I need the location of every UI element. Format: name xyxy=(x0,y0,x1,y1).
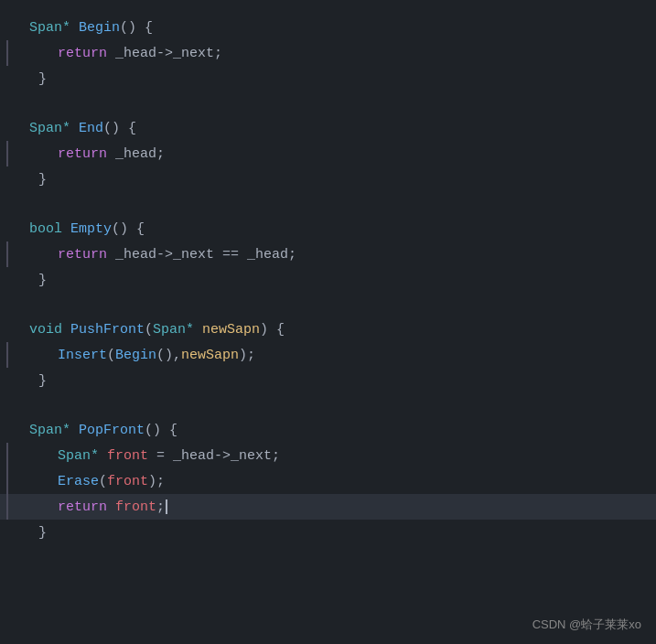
begin-body-line: return _head->_next; xyxy=(0,40,656,66)
return-keyword: return xyxy=(58,46,107,61)
return-keyword: return xyxy=(58,146,107,162)
code-editor: Span* Begin () { return _head->_next; } … xyxy=(0,0,656,644)
bool-keyword: bool xyxy=(29,221,62,237)
end-body-line: return _head; xyxy=(0,141,656,166)
begin-call: Begin xyxy=(115,348,156,363)
var-front-return: front xyxy=(115,499,156,515)
var-front-ref: front xyxy=(107,474,148,489)
function-name-popfront: PopFront xyxy=(79,423,145,438)
function-name-empty: Empty xyxy=(70,221,112,237)
type-keyword: Span* xyxy=(29,121,70,136)
empty-signature-line: bool Empty () { xyxy=(0,216,656,242)
empty-close-line: } xyxy=(0,267,656,293)
param-newsapn-ref: newSapn xyxy=(181,348,239,363)
function-name-begin: Begin xyxy=(79,20,120,36)
pushfront-function-block: void PushFront ( Span* newSapn ) { Inser… xyxy=(0,311,656,399)
popfront-body2-line: Erase ( front ); xyxy=(0,468,656,494)
popfront-body3-line: return front ; xyxy=(0,494,656,520)
popfront-function-block: Span* PopFront () { Span* front = _head-… xyxy=(0,412,656,551)
erase-call: Erase xyxy=(58,474,99,489)
begin-signature-line: Span* Begin () { xyxy=(0,15,656,40)
type-keyword: Span* xyxy=(29,423,70,438)
param-newsapn: newSapn xyxy=(202,322,260,338)
end-signature-line: Span* End () { xyxy=(0,115,656,141)
pushfront-body-line: Insert ( Begin (), newSapn ); xyxy=(0,342,656,368)
type-keyword: Span* xyxy=(29,20,70,36)
pushfront-close-line: } xyxy=(0,368,656,393)
text-cursor xyxy=(166,499,167,514)
var-front: front xyxy=(107,448,148,464)
end-function-block: Span* End () { return _head; } xyxy=(0,110,656,198)
popfront-signature-line: Span* PopFront () { xyxy=(0,417,656,443)
empty-body-line: return _head->_next == _head; xyxy=(0,242,656,267)
begin-close-line: } xyxy=(0,66,656,91)
insert-call: Insert xyxy=(58,348,107,363)
popfront-close-line: } xyxy=(0,520,656,545)
return-keyword: return xyxy=(58,247,107,263)
return-keyword: return xyxy=(58,499,107,515)
function-name-end: End xyxy=(79,121,103,136)
void-keyword: void xyxy=(29,322,62,338)
watermark-text: CSDN @蛤子莱莱xo xyxy=(532,617,641,633)
empty-function-block: bool Empty () { return _head->_next == _… xyxy=(0,210,656,298)
pushfront-signature-line: void PushFront ( Span* newSapn ) { xyxy=(0,317,656,342)
function-name-pushfront: PushFront xyxy=(70,322,145,338)
begin-function-block: Span* Begin () { return _head->_next; } xyxy=(0,9,656,97)
popfront-body1-line: Span* front = _head->_next; xyxy=(0,443,656,468)
end-close-line: } xyxy=(0,166,656,192)
